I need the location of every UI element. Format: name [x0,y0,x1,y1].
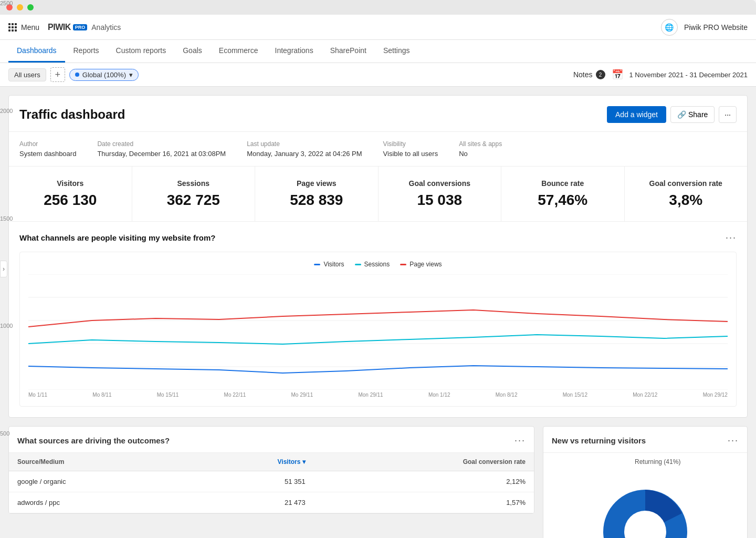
visitors-google: 51 351 [190,471,314,492]
notes-label: Notes [573,70,593,79]
bottom-sections: What sources are driving the outcomes? ·… [8,426,748,538]
sources-section: What sources are driving the outcomes? ·… [8,426,534,538]
legend-page-views: Page views [400,261,442,268]
segment-dot [75,73,79,77]
global-segment-pill[interactable]: Global (100%) ▾ [69,69,139,81]
stat-goal-conversion-rate: Goal conversion rate 3,8% [625,167,748,221]
table-row: adwords / ppc 21 473 1,57% [9,492,534,513]
meta-sites: All sites & apps No [459,140,502,158]
top-bar-right: 🌐 Piwik PRO Website [661,19,748,36]
sort-icon: ▾ [302,458,306,465]
tab-integrations[interactable]: Integrations [267,40,322,63]
source-adwords: adwords / ppc [9,492,190,513]
x-axis-labels: Mo 1/11 Mo 8/11 Mo 15/11 Mo 22/11 Mo 29/… [28,392,728,398]
add-widget-button[interactable]: Add a widget [607,106,666,123]
visitors-legend-dot [314,264,320,265]
stat-page-views: Page views 528 839 [255,167,379,221]
segment-name: Global (100%) [82,71,126,79]
source-google: google / organic [9,471,190,492]
dashboard-actions: Add a widget 🔗 Share ··· [607,106,737,123]
chevron-down-icon: ▾ [129,71,133,79]
pie-chart: Returning (41%) [593,463,698,538]
chart-legend: Visitors Sessions Page views [28,261,728,268]
chart-area [28,274,728,390]
channels-more-button[interactable]: ··· [726,232,737,243]
visitors-legend-label: Visitors [323,261,344,268]
pie-header-row: New vs returning visitors ··· [543,427,747,453]
chart-right: Mo 1/11 Mo 8/11 Mo 15/11 Mo 22/11 Mo 29/… [28,274,728,398]
site-name: Piwik PRO Website [684,23,748,32]
top-bar: Menu PIWIK PRO Analytics 🌐 Piwik PRO Web… [0,15,756,40]
pie-section: New vs returning visitors ··· Returning … [543,426,748,538]
logo-pro: PRO [73,24,88,30]
logo: PIWIK PRO Analytics [48,23,121,32]
filter-bar: All users + Global (100%) ▾ Notes 2 📅 1 … [0,63,756,87]
more-options-button[interactable]: ··· [719,106,737,123]
tab-goals[interactable]: Goals [174,40,211,63]
add-segment-button[interactable]: + [50,67,65,82]
channels-header: What channels are people visiting my web… [19,232,737,243]
table-header: Source/Medium Visitors ▾ Goal conversion… [9,453,534,471]
menu-label: Menu [21,23,39,32]
pie-content: Returning (41%) [543,453,747,538]
notes-button[interactable]: Notes 2 [573,70,605,79]
analytics-label: Analytics [91,23,121,32]
table-header-row: What sources are driving the outcomes? ·… [9,427,534,453]
window-chrome [0,0,756,15]
nav-tabs: Dashboards Reports Custom reports Goals … [0,40,756,63]
stats-row: Visitors 256 130 Sessions 362 725 Page v… [9,167,747,222]
notes-badge: 2 [596,70,605,79]
tab-reports[interactable]: Reports [65,40,108,63]
sessions-legend-dot [355,264,361,265]
channels-chart-section: What channels are people visiting my web… [9,222,747,417]
tab-custom-reports[interactable]: Custom reports [108,40,175,63]
dashboard-card: Traffic dashboard Add a widget 🔗 Share ·… [8,95,748,418]
page-views-line [28,310,728,327]
pie-more-button[interactable]: ··· [728,435,739,446]
dashboard-title: Traffic dashboard [19,107,125,122]
sessions-line [28,335,728,344]
visitors-adwords: 21 473 [190,492,314,513]
stat-bounce-rate: Bounce rate 57,46% [501,167,625,221]
sources-table: Source/Medium Visitors ▾ Goal conversion… [9,453,534,513]
date-range: 1 November 2021 - 31 December 2021 [629,71,748,79]
sources-more-button[interactable]: ··· [514,435,526,446]
globe-button[interactable]: 🌐 [661,19,678,36]
legend-sessions: Sessions [355,261,390,268]
table-row: google / organic 51 351 2,12% [9,471,534,492]
returning-label: Returning (41%) [635,458,687,465]
col-conversion-rate: Goal conversion rate [314,453,534,471]
stat-goal-conversions: Goal conversions 15 038 [379,167,502,221]
col-visitors[interactable]: Visitors ▾ [190,453,314,471]
sidebar-arrow[interactable]: › [0,261,7,277]
pie-svg [593,463,698,538]
page-views-legend-label: Page views [410,261,442,268]
legend-visitors: Visitors [314,261,344,268]
dashboard-header: Traffic dashboard Add a widget 🔗 Share ·… [9,96,747,132]
new-vs-returning-section: New vs returning visitors ··· Returning … [543,426,748,538]
sessions-legend-label: Sessions [364,261,390,268]
meta-date-created: Date created Thursday, December 16, 2021… [97,140,226,158]
chart-svg [28,274,728,390]
meta-last-update: Last update Monday, January 3, 2022 at 0… [247,140,362,158]
stat-sessions: Sessions 362 725 [132,167,256,221]
chart-with-axis: 2500 2000 1500 1000 500 [28,274,728,398]
main-content: Traffic dashboard Add a widget 🔗 Share ·… [0,87,756,538]
share-button[interactable]: 🔗 Share [670,106,715,123]
channels-title: What channels are people visiting my web… [19,233,215,242]
chart-container: Visitors Sessions Page views 2500 [19,252,737,407]
calendar-button[interactable]: 📅 [612,69,623,80]
maximize-button[interactable] [27,4,34,11]
pie-title: New vs returning visitors [552,436,646,445]
col-source: Source/Medium [9,453,190,471]
meta-author: Author System dashboard [19,140,76,158]
tab-sharepoint[interactable]: SharePoint [322,40,375,63]
tab-ecommerce[interactable]: Ecommerce [211,40,267,63]
table-section: What sources are driving the outcomes? ·… [8,426,534,514]
filter-right: Notes 2 📅 1 November 2021 - 31 December … [573,69,748,80]
rate-google: 2,12% [314,471,534,492]
stat-visitors: Visitors 256 130 [9,167,132,221]
share-icon: 🔗 [677,110,686,119]
page-views-legend-dot [400,264,406,265]
tab-settings[interactable]: Settings [375,40,418,63]
